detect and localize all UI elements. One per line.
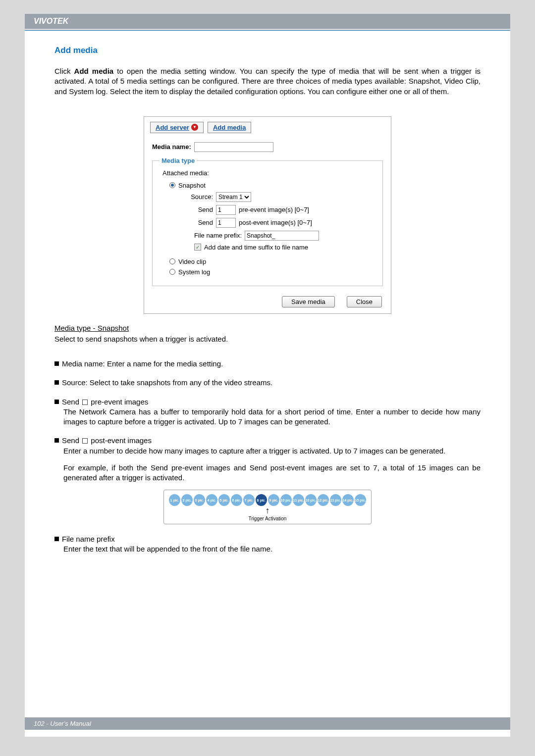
panel-body: Media name: Media type Attached media: S… <box>144 139 391 294</box>
add-media-label: Add media <box>213 124 246 131</box>
system-log-option-label: System log <box>178 268 210 276</box>
diagram-pic: 14 pic. <box>342 494 354 506</box>
diagram-pic: 1 pic. <box>169 494 180 506</box>
footer-text: 102 - User's Manual <box>34 720 91 727</box>
diagram-pic: 10 pic. <box>305 494 317 506</box>
intro-post: to open the media setting window. You ca… <box>54 67 481 96</box>
media-name-label: Media name: <box>152 143 191 151</box>
close-button[interactable]: Close <box>347 296 382 307</box>
section-title: Add media <box>54 46 481 55</box>
document-page: VIVOTEK Add media Click Add media to ope… <box>25 14 510 737</box>
filename-prefix-input[interactable] <box>245 231 319 241</box>
diagram-pic: 3 pic. <box>194 494 205 506</box>
video-clip-radio[interactable] <box>169 258 175 264</box>
bullet-pre-event: Send pre-event images The Network Camera… <box>54 397 481 427</box>
snapshot-description: Select to send snapshots when a trigger … <box>54 334 481 344</box>
post-event-count-input[interactable] <box>216 218 236 228</box>
diagram-pic: 13 pic. <box>330 494 341 506</box>
bullet-icon <box>54 400 59 404</box>
diagram-pic: 6 pic. <box>231 494 242 506</box>
snapshot-option-label: Snapshot <box>178 182 206 189</box>
media-name-input[interactable] <box>194 142 273 152</box>
intro-bold: Add media <box>74 67 114 75</box>
media-type-fieldset: Media type Attached media: Snapshot Sour… <box>152 157 383 286</box>
media-settings-panel: Add server Add media Media name: Media t… <box>144 116 391 314</box>
bullet-media-name: Media name: Enter a name for the media s… <box>54 359 481 369</box>
video-clip-option-label: Video clip <box>178 258 206 265</box>
diagram-pic: 7 pic. <box>243 494 255 506</box>
diagram-pic: 10 pic. <box>280 494 292 506</box>
post-event-suffix: post-event image(s) [0~7] <box>239 219 312 226</box>
bullet-icon <box>54 380 59 385</box>
diagram-pic-trigger: 8 pic. <box>256 494 267 506</box>
bullet-source: Source: Select to take snapshots from an… <box>54 378 481 388</box>
media-type-snapshot-heading: Media type - Snapshot <box>54 324 481 332</box>
send-post-label: Send <box>188 219 213 226</box>
save-media-button[interactable]: Save media <box>282 296 335 307</box>
content-area: Add media Click Add media to open the me… <box>25 31 510 554</box>
bullet-list: Media name: Enter a name for the media s… <box>54 359 481 554</box>
pre-event-suffix: pre-event image(s) [0~7] <box>239 206 309 213</box>
prefix-label: File name prefix: <box>188 232 242 239</box>
send-pre-label: Send <box>188 206 213 213</box>
pre-event-count-input[interactable] <box>216 205 236 215</box>
checkbox-empty-icon <box>82 438 88 444</box>
panel-tabs: Add server Add media <box>144 117 391 139</box>
bullet-post-event: Send post-event images Enter a number to… <box>54 436 481 524</box>
intro-pre: Click <box>54 67 74 75</box>
bullet-icon <box>54 361 59 366</box>
system-log-radio[interactable] <box>169 269 175 275</box>
brand-text: VIVOTEK <box>34 17 68 25</box>
add-server-button[interactable]: Add server <box>150 122 204 133</box>
dropdown-icon <box>191 124 198 131</box>
diagram-pic: 11 pic. <box>293 494 304 506</box>
bullet-icon <box>54 537 59 541</box>
page-footer: 102 - User's Manual <box>25 717 510 730</box>
trigger-diagram: 1 pic. 2 pic. 3 pic. 4 pic. 5 pic. 6 pic… <box>163 490 372 524</box>
diagram-caption: Trigger Activation <box>169 515 366 522</box>
diagram-pic: 15 pic. <box>355 494 366 506</box>
bullet-icon <box>54 438 59 443</box>
diagram-circles: 1 pic. 2 pic. 3 pic. 4 pic. 5 pic. 6 pic… <box>169 494 366 506</box>
panel-actions: Save media Close <box>144 294 391 313</box>
media-type-legend: Media type <box>160 157 197 164</box>
diagram-pic: 9 pic. <box>268 494 279 506</box>
snapshot-radio[interactable] <box>169 182 175 188</box>
arrow-up-icon: ↑ <box>169 507 366 514</box>
intro-paragraph: Click Add media to open the media settin… <box>54 66 481 97</box>
checkbox-empty-icon <box>82 400 88 405</box>
add-media-button[interactable]: Add media <box>208 122 251 133</box>
add-server-label: Add server <box>156 124 189 131</box>
diagram-pic: 5 pic. <box>218 494 230 506</box>
diagram-pic: 12 pic. <box>318 494 329 506</box>
source-label: Source: <box>188 193 213 201</box>
source-select[interactable]: Stream 1 <box>216 192 251 202</box>
datetime-suffix-label: Add date and time suffix to file name <box>204 244 308 251</box>
datetime-suffix-checkbox[interactable]: ✓ <box>194 244 201 251</box>
bullet-filename-prefix: File name prefix Enter the text that wil… <box>54 534 481 554</box>
diagram-pic: 4 pic. <box>206 494 217 506</box>
diagram-pic: 2 pic. <box>181 494 193 506</box>
attached-media-label: Attached media: <box>162 169 375 177</box>
brand-header: VIVOTEK <box>25 14 510 30</box>
